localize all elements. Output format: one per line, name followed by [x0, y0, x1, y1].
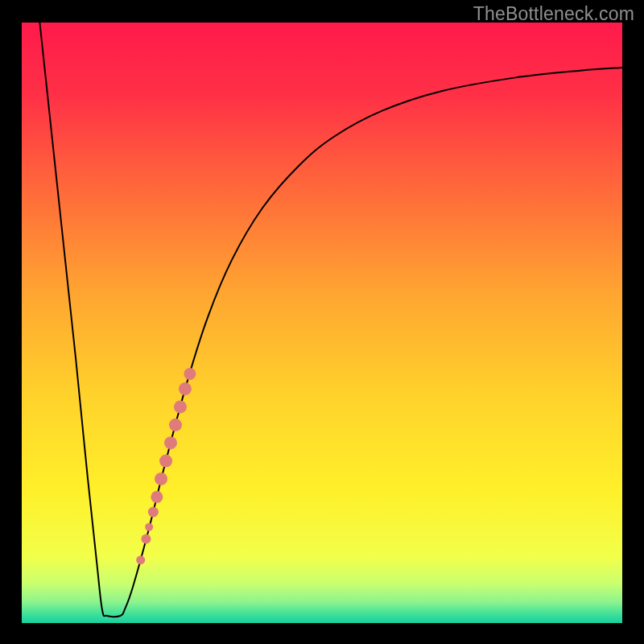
curve-marker — [145, 523, 153, 531]
gradient-background — [22, 23, 622, 623]
curve-marker — [136, 555, 145, 564]
curve-marker — [179, 382, 192, 395]
chart-frame: TheBottleneck.com — [0, 0, 644, 644]
curve-marker — [169, 419, 182, 431]
curve-marker — [141, 535, 151, 544]
curve-marker — [159, 455, 172, 468]
watermark-text: TheBottleneck.com — [473, 3, 634, 25]
curve-marker — [174, 400, 187, 413]
plot-area — [22, 23, 622, 623]
curve-marker — [148, 506, 159, 517]
curve-marker — [164, 436, 177, 449]
curve-marker — [151, 491, 163, 503]
chart-svg — [22, 23, 622, 623]
curve-marker — [184, 368, 196, 380]
curve-marker — [155, 473, 167, 485]
